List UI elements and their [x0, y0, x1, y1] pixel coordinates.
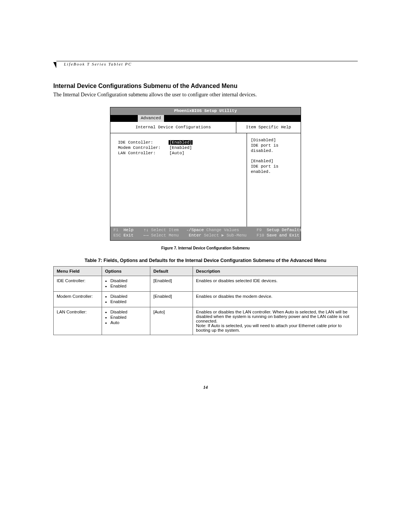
updown-arrow-icon: ↑↓: [143, 228, 148, 233]
option-item: Disabled: [110, 294, 147, 299]
bios-setting-label: IDE Contoller:: [118, 140, 169, 145]
table-row: LAN Controller:DisabledEnabledAuto[Auto]…: [54, 307, 358, 335]
option-item: Auto: [110, 320, 147, 325]
intro-paragraph: The Internal Device Configuration submen…: [53, 92, 358, 98]
th-default: Default: [150, 266, 193, 276]
bios-settings-pane: IDE Contoller: [Enabled] Modem Controlle…: [110, 133, 247, 227]
section-heading: Internal Device Configurations Submenu o…: [53, 83, 358, 89]
bios-setting-value[interactable]: [Enabled]: [169, 145, 192, 151]
bios-panel-title: Internal Device Configurations: [110, 122, 236, 134]
bios-setting-label: LAN Controller:: [118, 151, 169, 156]
bios-setting-row[interactable]: LAN Controller: [Auto]: [118, 151, 244, 156]
cell-default: [Enabled]: [150, 291, 193, 307]
table-row: IDE Controller:DisabledEnabled[Enabled]E…: [54, 276, 358, 291]
page-number: 14: [53, 385, 358, 390]
bios-menu-bar: Advanced: [110, 115, 301, 122]
option-item: Disabled: [110, 278, 147, 283]
table-row: Modem Controller:DisabledEnabled[Enabled…: [54, 291, 358, 307]
th-description: Description: [193, 266, 358, 276]
option-item: Disabled: [110, 310, 147, 314]
th-menu-field: Menu Field: [54, 266, 102, 276]
cell-options: DisabledEnabled: [102, 276, 150, 291]
bios-help-line: [Enabled]: [251, 159, 297, 164]
cell-options: DisabledEnabled: [102, 291, 150, 307]
cell-description: Enables or disables the modem device.: [193, 291, 358, 307]
figure-caption: Figure 7. Internal Device Configuration …: [53, 246, 358, 250]
bios-screenshot: PhoenixBIOS Setup Utility Advanced Inter…: [110, 107, 301, 241]
bios-tab-advanced[interactable]: Advanced: [138, 115, 164, 122]
header-wedge-icon: [53, 62, 56, 68]
th-options: Options: [102, 266, 150, 276]
bios-setting-value[interactable]: [Auto]: [169, 151, 185, 156]
bios-help-line: [251, 154, 297, 159]
cell-description: Enables or disables selected IDE devices…: [193, 276, 358, 291]
bios-help-pane: [Disabled] IDE port is disabled. [Enable…: [247, 133, 301, 227]
bios-help-line: IDE port is disabled.: [251, 143, 297, 154]
table-caption: Table 7: Fields, Options and Defaults fo…: [53, 258, 358, 263]
fields-table: Menu Field Options Default Description I…: [53, 266, 358, 335]
bios-setting-label: Modem Controller:: [118, 145, 169, 151]
cell-menu-field: LAN Controller:: [54, 307, 102, 335]
cell-default: [Enabled]: [150, 276, 193, 291]
bios-help-line: IDE port is enabled.: [251, 164, 297, 175]
cell-description: Enables or disables the LAN controller. …: [193, 307, 358, 335]
cell-default: [Auto]: [150, 307, 193, 335]
bios-setting-row[interactable]: Modem Controller: [Enabled]: [118, 145, 244, 151]
leftright-arrow-icon: ←→: [143, 233, 148, 238]
running-head: LifeBook T Series Tablet PC: [64, 62, 132, 66]
bios-setting-value[interactable]: [Enabled]: [169, 140, 193, 145]
option-item: Enabled: [110, 299, 147, 304]
cell-menu-field: IDE Controller:: [54, 276, 102, 291]
option-item: Enabled: [110, 284, 147, 288]
bios-footer: F1 Help ↑↓ Select Item -/Space Change Va…: [110, 227, 301, 240]
bios-title: PhoenixBIOS Setup Utility: [110, 107, 301, 115]
cell-menu-field: Modem Controller:: [54, 291, 102, 307]
cell-options: DisabledEnabledAuto: [102, 307, 150, 335]
bios-help-title: Item Specific Help: [236, 122, 301, 134]
bios-help-line: [Disabled]: [251, 138, 297, 143]
option-item: Enabled: [110, 315, 147, 320]
bios-setting-row[interactable]: IDE Contoller: [Enabled]: [118, 140, 244, 145]
